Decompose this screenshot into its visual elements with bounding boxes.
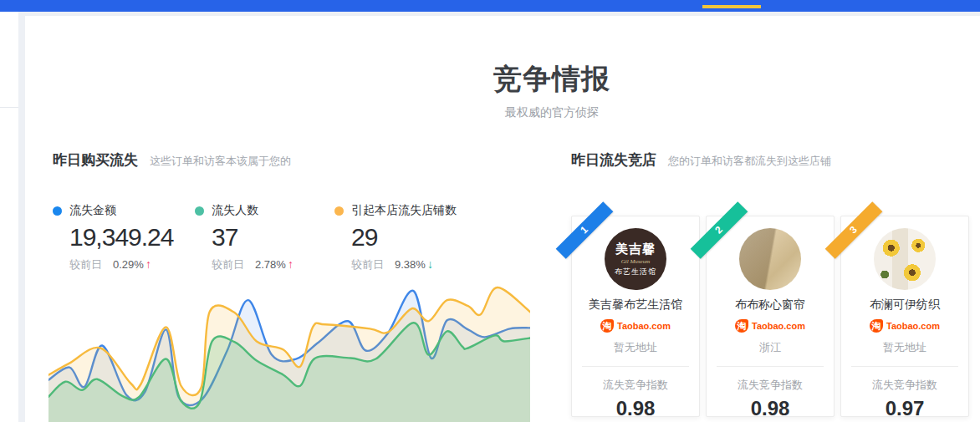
trend-up-icon: ↑: [288, 257, 293, 271]
loss-section-header: 昨日购买流失这些订单和访客本该属于您的: [53, 150, 291, 170]
loss-section-desc: 这些订单和访客本该属于您的: [150, 155, 291, 167]
competitor-section-desc: 您的订单和访客都流失到这些店铺: [668, 155, 831, 167]
store-name: 布布称心窗帘: [707, 297, 834, 313]
legend-item-loss-visitors[interactable]: 流失人数: [195, 203, 293, 218]
index-value: 0.98: [572, 397, 699, 420]
metric-loss-shops: 引起本店流失店铺数 29 较前日9.38%↓: [334, 203, 457, 272]
change-percent: 9.38%: [395, 258, 426, 271]
avatar-text: 美吉馨: [615, 242, 656, 257]
metric-label: 流失金额: [69, 203, 116, 218]
sidebar-divider: [0, 107, 18, 108]
metric-value: 29: [351, 223, 457, 252]
taobao-icon: 淘: [600, 319, 614, 333]
store-name: 美吉馨布艺生活馆: [572, 297, 699, 313]
topbar: [0, 0, 980, 12]
taobao-domain: Taobao.com: [886, 321, 940, 331]
compare-label: 较前日: [212, 258, 244, 271]
competitor-card-1[interactable]: 1 美吉馨 Gil Museum 布艺生活馆 美吉馨布艺生活馆 淘 Taobao…: [571, 216, 700, 417]
compare-label: 较前日: [69, 258, 102, 271]
card-divider: [582, 366, 689, 367]
store-location: 浙江: [707, 340, 834, 355]
index-label: 流失竞争指数: [572, 378, 699, 393]
legend-dot-icon: [53, 206, 62, 216]
index-value: 0.98: [707, 397, 834, 420]
metric-compare: 较前日9.38%↓: [351, 257, 457, 272]
competitor-card-3[interactable]: 3 布澜可伊纺织 淘 Taobao.com 暂无地址 流失竞争指数 0.97: [840, 216, 969, 417]
index-label: 流失竞争指数: [841, 378, 968, 393]
store-name: 布澜可伊纺织: [841, 297, 968, 313]
main-panel: 竞争情报 最权威的官方侦探 昨日购买流失这些订单和访客本该属于您的 流失金额 1…: [25, 16, 980, 422]
sidebar-strip: [0, 12, 18, 422]
rank-number: 3: [847, 224, 860, 236]
store-avatar: [739, 228, 801, 290]
metric-value: 37: [212, 223, 293, 252]
taobao-link[interactable]: 淘 Taobao.com: [841, 319, 968, 333]
page-subtitle: 最权威的官方侦探: [301, 105, 803, 120]
topbar-active-tab-indicator: [702, 5, 761, 8]
taobao-link[interactable]: 淘 Taobao.com: [707, 319, 834, 333]
store-location: 暂无地址: [841, 340, 968, 355]
taobao-domain: Taobao.com: [617, 321, 671, 331]
metric-compare: 较前日2.78%↑: [212, 257, 293, 272]
avatar-text: 布艺生活馆: [615, 267, 656, 277]
store-location: 暂无地址: [572, 340, 699, 355]
page-title: 竞争情报: [301, 60, 803, 99]
loss-trend-chart[interactable]: [48, 277, 530, 422]
trend-up-icon: ↑: [145, 257, 151, 271]
change-percent: 0.29%: [113, 258, 144, 271]
competitor-section-title: 昨日流失竞店: [571, 152, 656, 168]
metric-label: 引起本店流失店铺数: [351, 203, 457, 218]
competitor-section-header: 昨日流失竞店您的订单和访客都流失到这些店铺: [571, 150, 831, 170]
metric-loss-visitors: 流失人数 37 较前日2.78%↑: [195, 203, 293, 272]
legend-dot-icon: [334, 206, 344, 216]
taobao-icon: 淘: [735, 319, 748, 333]
legend-item-loss-amount[interactable]: 流失金额: [53, 203, 173, 218]
rank-ribbon: 1: [556, 201, 614, 259]
loss-trend-chart-wrap: [48, 277, 530, 422]
change-percent: 2.78%: [255, 258, 286, 271]
compare-label: 较前日: [351, 258, 384, 271]
card-divider: [717, 366, 824, 367]
metric-label: 流失人数: [212, 203, 258, 218]
avatar-text: Gil Museum: [621, 258, 650, 265]
index-label: 流失竞争指数: [707, 378, 834, 393]
legend-item-loss-shops[interactable]: 引起本店流失店铺数: [334, 203, 457, 218]
competitor-card-2[interactable]: 2 布布称心窗帘 淘 Taobao.com 浙江 流失竞争指数 0.98: [706, 216, 835, 417]
taobao-link[interactable]: 淘 Taobao.com: [572, 319, 699, 333]
loss-section-title: 昨日购买流失: [53, 152, 138, 168]
metric-value: 19,349.24: [69, 223, 173, 252]
card-divider: [851, 366, 958, 367]
metric-compare: 较前日0.29%↑: [69, 257, 173, 272]
rank-number: 2: [712, 224, 725, 236]
metric-loss-amount: 流失金额 19,349.24 较前日0.29%↑: [53, 203, 173, 272]
rank-number: 1: [578, 224, 590, 236]
taobao-domain: Taobao.com: [752, 321, 805, 331]
store-avatar: [874, 228, 936, 290]
legend-dot-icon: [195, 206, 204, 216]
dashboard-page: 竞争情报 最权威的官方侦探 昨日购买流失这些订单和访客本该属于您的 流失金额 1…: [0, 0, 980, 422]
index-value: 0.97: [841, 397, 968, 420]
taobao-icon: 淘: [870, 319, 883, 333]
page-header: 竞争情报 最权威的官方侦探: [301, 60, 803, 120]
trend-down-icon: ↓: [427, 257, 433, 271]
store-avatar: 美吉馨 Gil Museum 布艺生活馆: [605, 228, 666, 290]
